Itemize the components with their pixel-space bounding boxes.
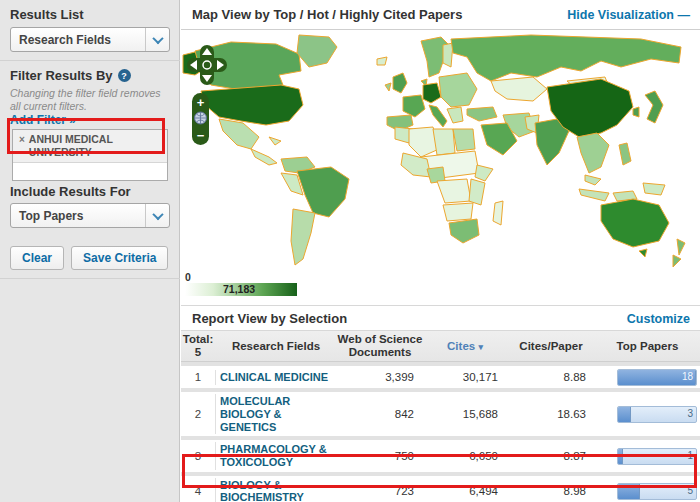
table-header-row: Total: 5 Research Fields Web of Science … [181,330,700,362]
table-row: 2 MOLECULAR BIOLOGY & GENETICS 842 15,68… [181,388,700,436]
field-link[interactable]: BIOLOGY & BIOCHEMISTRY [215,478,337,502]
top-papers-value: 1 [687,450,693,461]
report-view-title: Report View by Selection [192,311,347,326]
col-header-cites-sorted[interactable]: Cites ▾ [423,338,507,355]
hide-visualization-label: Hide Visualization [567,8,674,22]
filter-list: × ANHUI MEDICAL UNIVERSITY [12,129,168,181]
top-papers-bar: 1 [617,448,697,465]
report-header: Report View by Selection Customize [181,307,700,330]
wos-documents-value: 723 [337,485,423,497]
wos-header-line1: Web of Science [338,333,423,345]
cites-value: 30,171 [423,371,507,383]
zoom-out-icon[interactable]: − [197,128,205,143]
col-header-research-fields[interactable]: Research Fields [215,338,337,355]
results-list-value: Research Fields [11,33,145,47]
sidebar: Results List Research Fields Filter Resu… [0,0,180,502]
include-results-dropdown[interactable]: Top Papers [10,203,170,228]
results-list-dropdown[interactable]: Research Fields [10,27,170,52]
field-link[interactable]: PHARMACOLOGY & TOXICOLOGY [215,442,337,469]
field-link[interactable]: MOLECULAR BIOLOGY & GENETICS [215,394,337,434]
chevron-down-icon [145,28,169,51]
include-results-value: Top Papers [11,209,145,223]
row-rank: 4 [181,485,215,497]
cites-per-paper-value: 8.98 [507,485,595,497]
sidebar-divider [0,278,180,279]
top-papers-value: 3 [687,408,693,419]
col-header-cites-per-paper[interactable]: Cites/Paper [507,338,595,355]
wos-documents-value: 842 [337,408,423,420]
world-choropleth-map[interactable]: + − [181,33,700,283]
results-table: Total: 5 Research Fields Web of Science … [181,330,700,502]
legend-min-label: 0 [185,271,191,283]
table-row: 1 CLINICAL MEDICINE 3,399 30,171 8.88 18 [181,362,700,388]
wos-documents-value: 750 [337,450,423,462]
map-view-title: Map View by Top / Hot / Highly Cited Pap… [192,7,462,22]
filter-note: Changing the filter field removes all cu… [10,87,170,113]
results-list-heading: Results List [10,7,84,22]
include-results-heading: Include Results For [10,184,131,199]
map-legend-gradient: 0 71,183 [185,283,297,296]
map-region: + − 0 71,183 [181,31,700,306]
remove-filter-icon[interactable]: × [19,133,25,159]
field-link[interactable]: CLINICAL MEDICINE [215,370,337,385]
sort-desc-icon: ▾ [478,342,483,352]
zoom-in-icon[interactable]: + [197,95,205,110]
cites-per-paper-value: 8.87 [507,450,595,462]
top-papers-bar: 5 [617,483,697,500]
filter-item-anhui-medical-university[interactable]: × ANHUI MEDICAL UNIVERSITY [13,130,167,163]
filter-item-label: ANHUI MEDICAL UNIVERSITY [29,133,163,159]
cites-header-label: Cites [447,340,475,352]
top-papers-bar: 18 [617,369,697,386]
clear-button[interactable]: Clear [10,246,64,270]
customize-link[interactable]: Customize [627,312,690,326]
top-papers-bar: 3 [617,406,697,423]
world-countries[interactable] [183,35,685,267]
row-rank: 2 [181,408,215,420]
table-row-highlighted: 4 BIOLOGY & BIOCHEMISTRY 723 6,494 8.98 … [181,472,700,502]
row-rank: 3 [181,450,215,462]
map-header: Map View by Top / Hot / Highly Cited Pap… [181,0,700,30]
collapse-icon: — [678,8,691,22]
total-value: 5 [195,346,201,358]
top-papers-value: 18 [682,371,693,382]
wos-documents-value: 3,399 [337,371,423,383]
filter-results-label: Filter Results By [10,68,113,83]
col-header-wos-documents[interactable]: Web of Science Documents [337,331,423,361]
help-icon[interactable]: ? [118,69,131,82]
wos-header-line2: Documents [349,346,412,358]
save-criteria-button[interactable]: Save Criteria [71,246,168,270]
total-label: Total: [183,333,213,345]
cites-value: 6,494 [423,485,507,497]
add-filter-link[interactable]: Add Filter » [10,113,76,127]
table-row: 3 PHARMACOLOGY & TOXICOLOGY 750 6,650 8.… [181,436,700,471]
chevron-down-icon [145,204,169,227]
hide-visualization-link[interactable]: Hide Visualization — [567,8,690,22]
total-count: Total: 5 [181,331,215,361]
main-panel: Map View by Top / Hot / Highly Cited Pap… [181,0,700,502]
filter-results-heading: Filter Results By ? [10,68,131,83]
col-header-top-papers[interactable]: Top Papers [595,338,700,355]
sidebar-divider [0,60,180,61]
row-rank: 1 [181,371,215,383]
cites-value: 15,688 [423,408,507,420]
cites-per-paper-value: 8.88 [507,371,595,383]
top-papers-value: 5 [687,485,693,496]
cites-value: 6,650 [423,450,507,462]
map-zoom-control[interactable]: + − [192,93,209,145]
legend-max-label: 71,183 [223,283,255,295]
cites-per-paper-value: 18.63 [507,408,595,420]
